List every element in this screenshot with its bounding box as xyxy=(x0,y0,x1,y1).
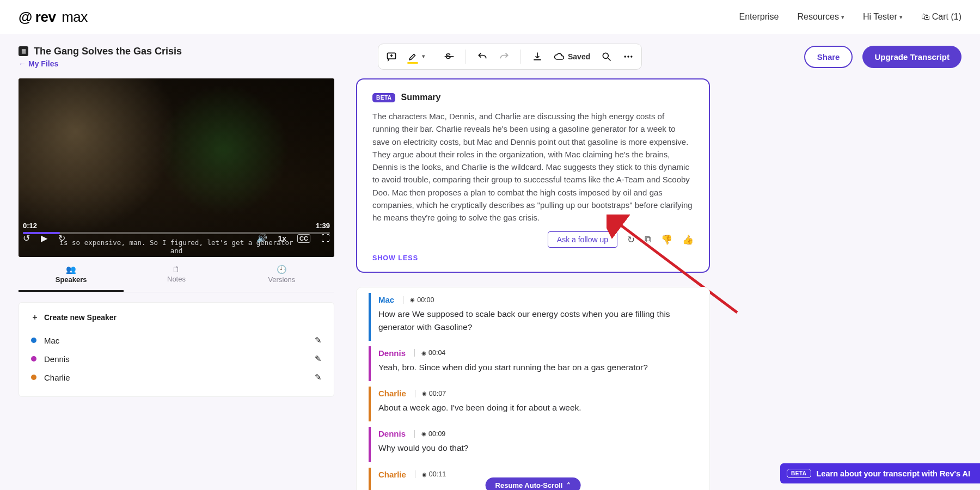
video-current-time: 0:12 xyxy=(23,222,37,230)
redo-button[interactable] xyxy=(499,51,510,62)
speaker-row[interactable]: Mac✎ xyxy=(31,331,322,350)
page-title: The Gang Solves the Gas Crisis xyxy=(34,46,182,57)
show-less-toggle[interactable]: SHOW LESS xyxy=(372,254,694,262)
speaker-color-dot xyxy=(31,356,36,362)
chevron-down-icon: ▾ xyxy=(899,14,903,21)
nav-user-menu[interactable]: Hi Tester▾ xyxy=(863,12,903,22)
edit-speaker-button[interactable]: ✎ xyxy=(315,335,322,345)
search-button[interactable] xyxy=(601,51,612,62)
segment-timestamp[interactable]: 00:00 xyxy=(403,296,434,304)
nav-resources[interactable]: Resources▾ xyxy=(797,12,844,22)
versions-icon: 🕘 xyxy=(277,265,287,274)
cart-icon: 🛍 xyxy=(921,12,930,22)
upgrade-transcript-button[interactable]: Upgrade Transcript xyxy=(862,46,961,68)
redo-icon xyxy=(499,51,510,62)
volume-button[interactable]: 🔊 xyxy=(256,233,267,243)
transcript-segment[interactable]: Charlie00:07About a week ago. I've been … xyxy=(369,387,697,421)
more-icon xyxy=(623,51,634,62)
svg-point-6 xyxy=(628,56,629,57)
rewind-button[interactable]: ↺ xyxy=(23,233,30,243)
segment-timestamp[interactable]: 00:07 xyxy=(415,390,446,397)
transcript-segment[interactable]: Dennis00:04Yeah, bro. Since when did you… xyxy=(369,346,697,381)
cloud-saved-icon xyxy=(554,51,565,62)
thumbs-up-button[interactable]: 👍 xyxy=(682,234,694,246)
ask-followup-button[interactable]: Ask a follow up xyxy=(548,231,617,248)
summary-card: BETA Summary The characters Mac, Dennis,… xyxy=(356,78,710,273)
regenerate-button[interactable]: ↻ xyxy=(627,234,635,246)
transcript-segment[interactable]: Dennis00:09Why would you do that? xyxy=(369,427,697,462)
highlighter-icon xyxy=(408,52,418,62)
logo-max xyxy=(57,9,60,25)
svg-point-5 xyxy=(624,56,626,57)
segment-speaker: Mac xyxy=(378,295,394,304)
chevron-up-icon: ˄ xyxy=(567,481,571,489)
arrow-left-icon: ← xyxy=(19,59,26,68)
fullscreen-button[interactable]: ⛶ xyxy=(321,234,330,243)
svg-line-4 xyxy=(608,58,611,61)
segment-timestamp[interactable]: 00:09 xyxy=(414,430,445,438)
more-menu-button[interactable] xyxy=(623,51,634,62)
strikethrough-icon: S xyxy=(444,51,455,62)
playback-speed-button[interactable]: 1x xyxy=(278,234,287,243)
segment-timestamp[interactable]: 00:11 xyxy=(415,470,446,478)
thumbs-down-button[interactable]: 👎 xyxy=(661,234,672,246)
segment-text: About a week ago. I've been doing it for… xyxy=(378,401,697,414)
segment-speaker: Dennis xyxy=(378,348,406,358)
create-speaker-button[interactable]: ＋ Create new Speaker xyxy=(31,313,322,322)
closed-captions-button[interactable]: CC xyxy=(297,234,310,243)
undo-button[interactable] xyxy=(477,51,488,62)
play-button[interactable]: ▶ xyxy=(41,233,47,243)
logo-mark-icon: @ xyxy=(19,9,32,26)
tab-versions[interactable]: 🕘 Versions xyxy=(229,260,334,292)
svg-text:S: S xyxy=(445,51,451,60)
video-player[interactable]: 0:12 1:39 ↺ ▶ ↻ 🔊 1x CC ⛶ is so expensiv… xyxy=(19,78,334,257)
chevron-down-icon: ▾ xyxy=(422,53,425,60)
segment-text: Yeah, bro. Since when did you start runn… xyxy=(378,361,697,373)
transcript-panel: Mac00:00How are We supposed to scale bac… xyxy=(356,287,710,490)
download-icon xyxy=(532,51,543,62)
speaker-color-dot xyxy=(31,375,36,380)
edit-speaker-button[interactable]: ✎ xyxy=(315,354,322,364)
segment-text: Why would you do that? xyxy=(378,442,697,454)
beta-badge: BETA xyxy=(372,93,395,102)
speaker-name: Charlie xyxy=(44,373,70,382)
speaker-row[interactable]: Charlie✎ xyxy=(31,368,322,387)
nav-cart[interactable]: 🛍Cart (1) xyxy=(921,12,961,22)
share-button[interactable]: Share xyxy=(804,46,853,68)
nav-enterprise[interactable]: Enterprise xyxy=(739,12,779,22)
transcript-segment[interactable]: Mac00:00How are We supposed to scale bac… xyxy=(369,293,697,341)
speaker-color-dot xyxy=(31,338,36,343)
undo-icon xyxy=(477,51,488,62)
beta-badge: BETA xyxy=(787,469,811,478)
resume-autoscroll-button[interactable]: Resume Auto-Scroll ˄ xyxy=(486,477,581,491)
video-frame xyxy=(19,78,334,257)
strikethrough-button[interactable]: S xyxy=(444,51,455,62)
edit-speaker-button[interactable]: ✎ xyxy=(315,372,322,382)
add-comment-button[interactable] xyxy=(386,51,397,62)
speaker-row[interactable]: Dennis✎ xyxy=(31,350,322,368)
segment-timestamp[interactable]: 00:04 xyxy=(414,349,445,357)
save-status: Saved xyxy=(554,51,590,62)
document-icon: ≣ xyxy=(19,46,28,56)
highlight-button[interactable]: ▾ xyxy=(408,52,418,62)
plus-icon: ＋ xyxy=(31,313,39,322)
back-to-files-link[interactable]: ← My Files xyxy=(19,59,313,68)
segment-speaker: Dennis xyxy=(378,429,406,438)
brand-logo[interactable]: @ rev max xyxy=(19,9,88,26)
chevron-down-icon: ▾ xyxy=(841,14,844,21)
notes-icon: 🗒 xyxy=(172,265,180,274)
copy-button[interactable]: ⧉ xyxy=(645,234,651,245)
forward-button[interactable]: ↻ xyxy=(58,233,65,243)
svg-point-3 xyxy=(603,53,609,58)
ai-learn-banner[interactable]: BETA Learn about your transcript with Re… xyxy=(780,463,980,483)
tab-notes[interactable]: 🗒 Notes xyxy=(124,260,229,292)
editor-toolbar: ▾ S Saved xyxy=(378,44,642,70)
summary-title: Summary xyxy=(401,93,440,102)
segment-text: How are We supposed to scale back our en… xyxy=(378,308,697,333)
segment-speaker: Charlie xyxy=(378,470,406,479)
download-button[interactable] xyxy=(532,51,543,62)
search-icon xyxy=(601,51,612,62)
logo-rev: rev xyxy=(35,9,56,25)
segment-speaker: Charlie xyxy=(378,389,406,398)
tab-speakers[interactable]: 👥 Speakers xyxy=(19,260,124,292)
